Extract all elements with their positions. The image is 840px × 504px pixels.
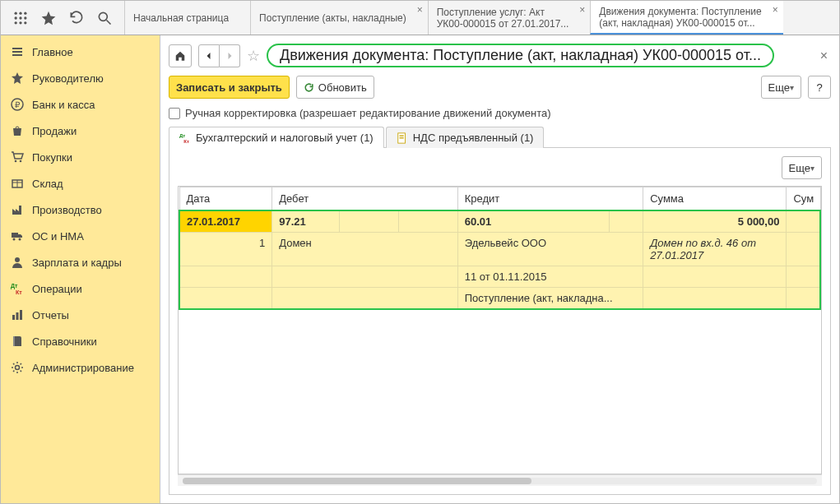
tab-label: Начальная страница: [133, 12, 229, 24]
gear-icon: [11, 361, 24, 374]
svg-point-16: [13, 238, 16, 241]
cell-desc: Домен по вх.д. 46 от 27.01.2017: [643, 233, 787, 266]
sidebar-item-label: Банк и касса: [32, 99, 95, 111]
box-icon: [11, 177, 24, 190]
tab-accounting-label: Бухгалтерский и налоговый учет (1): [196, 132, 374, 144]
more-button[interactable]: Еще: [761, 76, 801, 99]
person-icon: [11, 256, 24, 269]
sidebar-item[interactable]: Производство: [1, 197, 160, 223]
sidebar-item-label: Производство: [32, 204, 102, 216]
sidebar-item-label: Администрирование: [32, 362, 134, 374]
sidebar-item[interactable]: Отчеты: [1, 302, 160, 328]
favorite-star-icon[interactable]: ☆: [247, 47, 260, 65]
svg-point-1: [19, 12, 21, 14]
col-credit[interactable]: Кредит: [457, 187, 643, 211]
sidebar-item-label: Отчеты: [32, 309, 69, 321]
sidebar-item[interactable]: ОС и НМА: [1, 223, 160, 249]
svg-point-0: [15, 12, 17, 14]
forward-button[interactable]: [220, 44, 240, 67]
sidebar-item[interactable]: Администрирование: [1, 354, 160, 381]
sidebar-item-label: Зарплата и кадры: [32, 257, 122, 269]
app-tab[interactable]: Поступление услуг: АктУК00-000015 от 27.…: [428, 1, 591, 35]
sidebar-item[interactable]: Справочники: [1, 328, 160, 354]
table-row[interactable]: 27.01.2017 97.21 60.01 5 000,00 1 Домен: [179, 210, 820, 309]
svg-point-5: [24, 16, 26, 19]
top-bar: Начальная страницаПоступление (акты, нак…: [1, 1, 839, 35]
sidebar-item-label: Справочники: [32, 335, 97, 348]
help-button[interactable]: ?: [808, 76, 831, 99]
truck-icon: [11, 229, 24, 243]
col-sum[interactable]: Сумма: [643, 187, 787, 211]
sidebar-item-label: Главное: [32, 46, 73, 58]
home-button[interactable]: [169, 44, 192, 67]
cell-credit-a3: Поступление (акт, накладна...: [457, 288, 643, 310]
tab-sublabel: (акт, накладная) УК00-000015 от...: [599, 17, 761, 29]
svg-text:Дт: Дт: [179, 132, 185, 138]
manual-edit-checkbox[interactable]: [169, 108, 180, 119]
col-date[interactable]: Дата: [179, 187, 272, 211]
tab-close-icon[interactable]: ×: [579, 4, 585, 16]
tab-label: Поступление (акты, накладные): [259, 12, 406, 24]
tab-close-icon[interactable]: ×: [773, 4, 778, 16]
svg-point-25: [16, 366, 20, 370]
book-icon: [11, 335, 24, 348]
entries-table[interactable]: Дата Дебет Кредит Сумма Сум 27.01.2017 9…: [178, 186, 822, 474]
tab-label: Поступление услуг: Акт: [437, 7, 569, 18]
sidebar-item-label: Продажи: [32, 125, 77, 137]
tab-sublabel: УК00-000015 от 27.01.2017...: [437, 18, 569, 30]
star-icon: [11, 72, 24, 85]
sidebar-item[interactable]: Склад: [1, 170, 160, 197]
sidebar-item[interactable]: Руководителю: [1, 65, 160, 91]
sidebar-item[interactable]: ДтКтОперации: [1, 275, 160, 302]
cell-credit-a1: Эдельвейс ООО: [457, 233, 643, 266]
cell-seq: 1: [179, 233, 272, 266]
cell-debit-account: 97.21: [272, 210, 340, 233]
svg-text:Кт: Кт: [183, 138, 189, 144]
refresh-label: Обновить: [318, 81, 367, 94]
close-button[interactable]: ×: [817, 49, 831, 63]
sidebar-item[interactable]: Покупки: [1, 144, 160, 170]
sidebar-item[interactable]: Продажи: [1, 118, 160, 144]
dtkt-icon: ДтКт: [11, 282, 24, 295]
col-sum2[interactable]: Сум: [787, 187, 820, 211]
cart-icon: [11, 150, 24, 164]
save-and-close-button[interactable]: Записать и закрыть: [169, 76, 290, 99]
svg-point-14: [20, 160, 22, 163]
sidebar-item[interactable]: Главное: [1, 39, 160, 65]
bag-icon: [11, 124, 24, 137]
star-icon[interactable]: [40, 10, 57, 26]
svg-point-3: [15, 16, 17, 19]
cell-credit-a2: 11 от 01.11.2015: [457, 266, 643, 288]
svg-rect-23: [20, 310, 22, 320]
refresh-button[interactable]: Обновить: [296, 76, 374, 99]
app-tab[interactable]: Движения документа: Поступление(акт, нак…: [590, 1, 782, 35]
grid-more-button[interactable]: Еще: [782, 156, 822, 179]
col-debit[interactable]: Дебет: [272, 187, 457, 211]
svg-point-18: [15, 257, 20, 262]
tab-accounting[interactable]: ДтКт Бухгалтерский и налоговый учет (1): [169, 127, 384, 148]
history-icon[interactable]: [68, 10, 85, 26]
svg-text:₽: ₽: [15, 100, 21, 109]
tab-close-icon[interactable]: ×: [417, 4, 423, 16]
content: ☆ Движения документа: Поступление (акт, …: [160, 35, 839, 503]
apps-icon[interactable]: [12, 10, 29, 26]
search-icon[interactable]: [96, 10, 113, 26]
horizontal-scrollbar[interactable]: [178, 474, 822, 486]
sidebar-item-label: Покупки: [32, 151, 72, 164]
sidebar-item[interactable]: Зарплата и кадры: [1, 249, 160, 275]
svg-point-9: [99, 12, 107, 21]
tab-vat[interactable]: НДС предъявленный (1): [386, 127, 545, 148]
svg-rect-21: [12, 315, 15, 320]
svg-point-6: [15, 21, 17, 24]
menu-icon: [11, 45, 24, 58]
sidebar-item[interactable]: ₽Банк и касса: [1, 91, 160, 118]
back-button[interactable]: [198, 44, 220, 67]
svg-point-7: [19, 21, 21, 24]
app-tab[interactable]: Поступление (акты, накладные)×: [250, 1, 428, 35]
svg-point-2: [24, 12, 26, 14]
manual-edit-label: Ручная корректировка (разрешает редактир…: [185, 107, 551, 119]
sidebar-item-label: Руководителю: [32, 72, 104, 85]
chart-icon: [11, 308, 24, 321]
app-tab[interactable]: Начальная страница: [124, 1, 250, 35]
page-title: Движения документа: Поступление (акт, на…: [267, 44, 774, 67]
